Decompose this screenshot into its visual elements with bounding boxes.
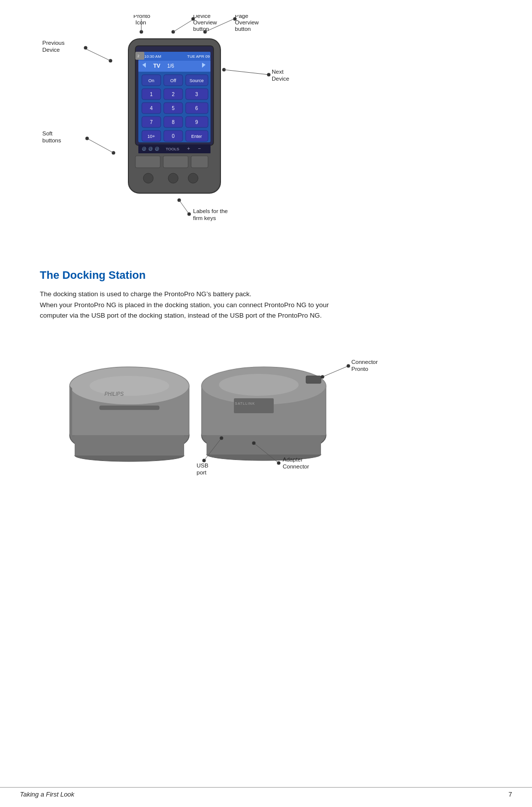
body-line1: The docking station is used to charge th…	[40, 289, 428, 300]
footer-left-text: Taking a First Look	[20, 791, 74, 798]
annotation-connector-pronto: Connector for	[351, 359, 378, 365]
svg-rect-105	[207, 436, 321, 455]
svg-text:Device: Device	[272, 76, 289, 82]
docking-diagram: PHILIPS SATLLINK	[40, 336, 492, 505]
svg-point-88	[90, 376, 169, 396]
annotation-labels-firm-keys: Labels for the	[193, 208, 228, 214]
svg-text:8: 8	[172, 119, 175, 125]
svg-rect-91	[100, 406, 159, 410]
svg-text:TUE APR 09: TUE APR 09	[187, 54, 210, 59]
svg-rect-49	[163, 156, 188, 168]
svg-text:+: +	[187, 146, 190, 151]
svg-text:Connector: Connector	[283, 463, 309, 469]
svg-text:4: 4	[150, 106, 153, 111]
svg-text:SATLLINK: SATLLINK	[235, 402, 255, 405]
docking-station-section: The Docking Station The docking station …	[40, 269, 492, 505]
svg-text:−: −	[198, 146, 201, 151]
svg-rect-93	[75, 436, 184, 456]
svg-text:Source: Source	[190, 78, 204, 83]
svg-rect-6	[138, 61, 211, 72]
svg-text:7: 7	[150, 119, 153, 125]
footer-page-number: 7	[509, 791, 512, 798]
svg-point-111	[220, 436, 223, 440]
svg-text:Overview: Overview	[235, 19, 259, 25]
svg-line-57	[86, 49, 110, 61]
svg-text:2: 2	[172, 92, 175, 97]
svg-text:1/6: 1/6	[167, 63, 174, 69]
section-title: The Docking Station	[40, 269, 492, 282]
svg-text:firm keys: firm keys	[193, 215, 216, 221]
svg-text:buttons: buttons	[42, 137, 61, 143]
page-footer: Taking a First Look 7	[0, 787, 532, 798]
svg-text:PHILIPS: PHILIPS	[105, 391, 124, 397]
svg-text:6: 6	[195, 106, 198, 111]
svg-point-67	[192, 17, 195, 21]
annotation-pronto-icon: Pronto	[133, 15, 150, 19]
svg-text:10+: 10+	[147, 134, 155, 139]
svg-text:button: button	[235, 26, 251, 32]
svg-point-75	[267, 73, 271, 77]
svg-text:@: @	[155, 146, 159, 151]
svg-point-107	[321, 375, 324, 378]
svg-text:On: On	[148, 78, 154, 83]
svg-text:0: 0	[172, 133, 175, 139]
docking-station-svg: PHILIPS SATLLINK	[40, 336, 378, 500]
svg-text:Icon: Icon	[135, 19, 146, 25]
svg-text:@: @	[142, 146, 146, 151]
svg-text:10:30 AM: 10:30 AM	[144, 54, 161, 59]
svg-point-51	[143, 173, 153, 183]
annotation-device-overview: Device	[193, 15, 211, 19]
svg-point-116	[277, 461, 281, 464]
svg-rect-100	[306, 376, 321, 383]
svg-rect-50	[191, 156, 208, 168]
diagram-section: 10:30 AM TUE APR 09 TV 1/6 On Off	[40, 15, 492, 249]
svg-point-59	[84, 46, 88, 50]
svg-text:5: 5	[172, 106, 175, 111]
svg-text:Pronto: Pronto	[351, 366, 368, 372]
svg-line-74	[224, 70, 269, 75]
section-body: The docking station is used to charge th…	[40, 289, 428, 321]
annotation-previous-device: Previous	[42, 40, 65, 46]
svg-point-72	[233, 17, 237, 21]
svg-point-79	[86, 137, 89, 140]
svg-text:Off: Off	[170, 78, 176, 83]
svg-text:Overview: Overview	[193, 19, 217, 25]
svg-point-97	[219, 374, 299, 396]
svg-text:TOOLS: TOOLS	[166, 147, 179, 151]
svg-text:Enter: Enter	[191, 134, 202, 139]
svg-point-83	[188, 213, 191, 216]
svg-line-82	[179, 200, 189, 214]
svg-text:1: 1	[150, 92, 153, 97]
svg-text:@: @	[148, 146, 153, 151]
svg-text:TV: TV	[153, 63, 161, 69]
svg-point-115	[252, 441, 256, 445]
svg-text:2: 2	[137, 54, 139, 58]
device-diagram-svg: 10:30 AM TUE APR 09 TV 1/6 On Off	[40, 15, 368, 244]
svg-rect-98	[234, 398, 274, 413]
svg-line-78	[87, 138, 113, 153]
body-line2: When your ProntoPro NG is placed in the …	[40, 300, 428, 311]
svg-rect-54	[135, 52, 144, 60]
svg-line-106	[322, 366, 348, 377]
svg-text:3: 3	[195, 92, 198, 97]
svg-text:9: 9	[195, 119, 198, 125]
page-content: 10:30 AM TUE APR 09 TV 1/6 On Off	[0, 0, 532, 535]
annotation-adapter-connector: Adapter	[283, 457, 303, 462]
svg-point-53	[188, 173, 198, 183]
svg-text:Device: Device	[42, 47, 60, 53]
svg-point-112	[203, 459, 206, 462]
annotation-next-device: Next	[272, 69, 284, 75]
annotation-soft-buttons: Soft	[42, 130, 53, 136]
svg-text:port: port	[197, 469, 207, 475]
svg-rect-48	[135, 156, 160, 168]
annotation-page-overview: Page	[235, 15, 248, 19]
annotation-usb-port: USB	[197, 462, 209, 468]
svg-point-52	[168, 173, 178, 183]
body-line3: computer via the USB port of the docking…	[40, 310, 428, 321]
svg-marker-89	[70, 386, 72, 437]
svg-point-108	[347, 364, 350, 367]
svg-line-64	[173, 19, 194, 32]
